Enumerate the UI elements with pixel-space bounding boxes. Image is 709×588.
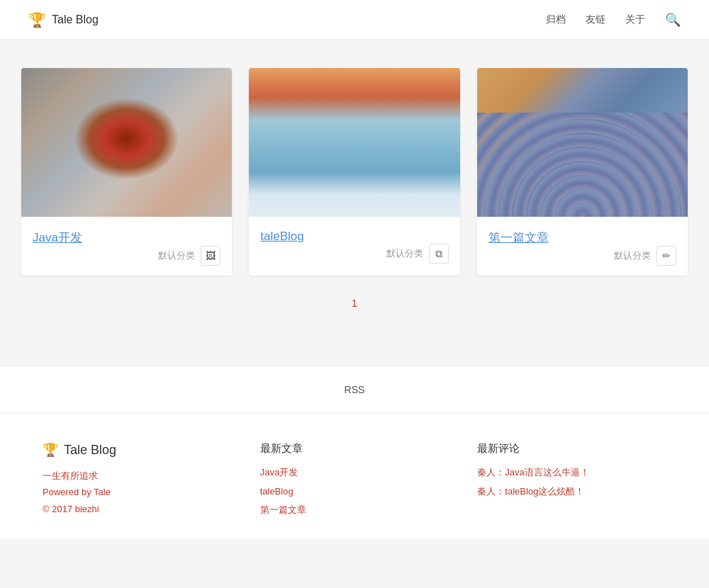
footer-comment-link-2[interactable]: 秦人：taleBlog这么炫酷！ bbox=[477, 486, 584, 497]
post-card-2-footer: 默认分类 ⧉ bbox=[260, 244, 448, 264]
footer-logo-icon: 🏆 bbox=[43, 442, 58, 458]
page-number[interactable]: 1 bbox=[352, 297, 357, 309]
site-logo[interactable]: 🏆 Tale Blog bbox=[28, 11, 99, 28]
footer-recent-comments: 最新评论 秦人：Java语言这么牛逼！ 秦人：taleBlog这么炫酷！ bbox=[477, 442, 666, 517]
footer-brand-sub: 一生有所追求 Powered by Tale © 2017 biezhi bbox=[43, 468, 232, 517]
post-card-1-body: Java开发 默认分类 🖼 bbox=[21, 217, 232, 276]
post-card-1-icon[interactable]: 🖼 bbox=[201, 246, 220, 266]
footer-post-link-2[interactable]: taleBlog bbox=[260, 486, 294, 497]
post-card-2: taleBlog 默认分类 ⧉ bbox=[249, 68, 459, 276]
post-card-2-body: taleBlog 默认分类 ⧉ bbox=[249, 217, 459, 273]
post-card-1-footer: 默认分类 🖼 bbox=[33, 246, 220, 266]
main-nav: 归档 友链 关于 🔍 bbox=[546, 12, 681, 28]
footer-post-link-1[interactable]: Java开发 bbox=[260, 467, 298, 477]
list-item: 第一篇文章 bbox=[260, 503, 450, 516]
post-card-1-title[interactable]: Java开发 bbox=[33, 231, 82, 244]
list-item: 秦人：Java语言这么牛逼！ bbox=[477, 465, 666, 479]
posts-grid: Java开发 默认分类 🖼 taleBlog 默认分类 ⧉ 第一篇 bbox=[21, 68, 688, 276]
post-card-3: 第一篇文章 默认分类 ✏ bbox=[477, 68, 688, 276]
nav-about[interactable]: 关于 bbox=[625, 13, 645, 26]
post-card-3-footer: 默认分类 ✏ bbox=[489, 246, 676, 266]
footer-brand: 🏆 Tale Blog 一生有所追求 Powered by Tale © 201… bbox=[43, 442, 232, 517]
post-card-3-category: 默认分类 bbox=[614, 249, 651, 262]
search-button[interactable]: 🔍 bbox=[665, 12, 681, 28]
site-footer: 🏆 Tale Blog 一生有所追求 Powered by Tale © 201… bbox=[0, 413, 709, 538]
footer-post-link-3[interactable]: 第一篇文章 bbox=[260, 504, 306, 515]
footer-recent-posts: 最新文章 Java开发 taleBlog 第一篇文章 bbox=[260, 442, 450, 517]
nav-links[interactable]: 友链 bbox=[586, 13, 605, 26]
post-card-1: Java开发 默认分类 🖼 bbox=[21, 68, 232, 276]
list-item: Java开发 bbox=[260, 465, 450, 479]
footer-comment-link-1[interactable]: 秦人：Java语言这么牛逼！ bbox=[477, 467, 588, 477]
nav-archive[interactable]: 归档 bbox=[546, 13, 566, 26]
post-card-2-category: 默认分类 bbox=[386, 247, 423, 260]
footer-logo-text: Tale Blog bbox=[64, 443, 116, 458]
footer-brand-title: 🏆 Tale Blog bbox=[43, 442, 232, 458]
logo-text: Tale Blog bbox=[52, 13, 99, 26]
pagination: 1 bbox=[21, 276, 688, 323]
list-item: 秦人：taleBlog这么炫酷！ bbox=[477, 485, 666, 498]
footer-powered[interactable]: Powered by Tale bbox=[43, 487, 111, 497]
rss-section: RSS bbox=[0, 366, 709, 413]
footer-tagline: 一生有所追求 bbox=[43, 468, 232, 484]
post-card-1-category: 默认分类 bbox=[158, 249, 195, 262]
site-header: 🏆 Tale Blog 归档 友链 关于 🔍 bbox=[0, 0, 709, 40]
post-card-2-title[interactable]: taleBlog bbox=[260, 230, 303, 243]
post-card-3-image bbox=[477, 68, 688, 217]
post-card-2-image bbox=[249, 68, 459, 217]
logo-icon: 🏆 bbox=[28, 11, 46, 28]
post-card-1-image bbox=[21, 68, 232, 217]
footer-recent-posts-title: 最新文章 bbox=[260, 442, 450, 456]
footer-copyright: © 2017 biezhi bbox=[43, 501, 232, 517]
post-card-3-icon[interactable]: ✏ bbox=[657, 246, 676, 266]
post-card-3-title[interactable]: 第一篇文章 bbox=[489, 231, 549, 244]
footer-recent-comments-list: 秦人：Java语言这么牛逼！ 秦人：taleBlog这么炫酷！ bbox=[477, 465, 666, 498]
post-card-3-body: 第一篇文章 默认分类 ✏ bbox=[477, 217, 688, 276]
main-content: Java开发 默认分类 🖼 taleBlog 默认分类 ⧉ 第一篇 bbox=[7, 40, 702, 366]
footer-recent-posts-list: Java开发 taleBlog 第一篇文章 bbox=[260, 465, 450, 516]
post-card-2-icon[interactable]: ⧉ bbox=[429, 244, 449, 264]
rss-link[interactable]: RSS bbox=[345, 384, 365, 395]
list-item: taleBlog bbox=[260, 485, 450, 497]
footer-recent-comments-title: 最新评论 bbox=[477, 442, 666, 456]
